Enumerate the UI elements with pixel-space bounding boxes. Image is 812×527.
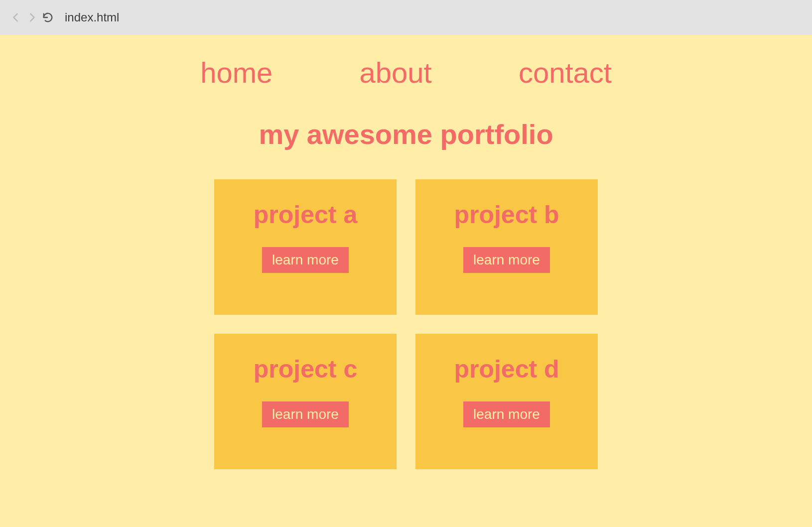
reload-icon[interactable] [42,11,54,23]
project-card-c: project c learn more [214,334,397,469]
projects-grid: project a learn more project b learn mor… [214,179,598,469]
nav-link-contact[interactable]: contact [519,56,612,89]
project-title: project b [454,200,559,229]
learn-more-button[interactable]: learn more [463,401,550,427]
browser-toolbar: index.html [0,0,812,35]
page-content: home about contact my awesome portfolio … [0,35,812,527]
learn-more-button[interactable]: learn more [463,247,550,273]
learn-more-button[interactable]: learn more [262,247,349,273]
main-nav: home about contact [57,35,755,89]
nav-link-about[interactable]: about [359,56,431,89]
nav-link-home[interactable]: home [200,56,272,89]
learn-more-button[interactable]: learn more [262,401,349,427]
project-title: project c [254,355,357,384]
forward-icon[interactable] [26,11,38,23]
project-card-b: project b learn more [415,179,598,315]
project-card-d: project d learn more [415,334,598,469]
page-title: my awesome portfolio [0,118,812,150]
project-title: project d [454,355,559,384]
project-title: project a [254,200,357,229]
back-icon[interactable] [10,11,22,23]
project-card-a: project a learn more [214,179,397,315]
url-display: index.html [65,10,119,24]
